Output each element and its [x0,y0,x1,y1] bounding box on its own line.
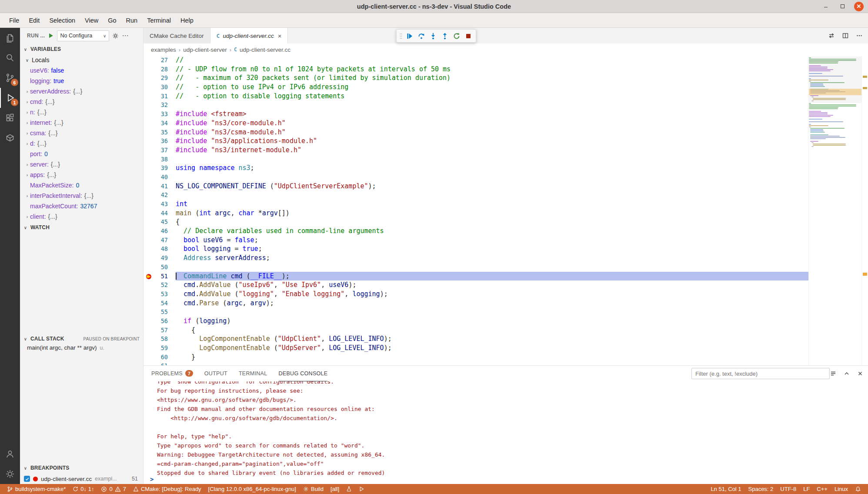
split-editor-icon[interactable] [842,32,849,39]
encoding-status[interactable]: UTF-8 [777,484,800,494]
variable-row-serveraddress[interactable]: ›serverAddress:{...} [20,86,143,97]
settings-gear-icon[interactable] [0,464,20,484]
editor-tab-cmake-cache-editor[interactable]: CMake Cache Editor [144,28,210,43]
chevron-right-icon[interactable]: › [24,100,30,104]
variable-row-client[interactable]: ›client:{...} [20,211,143,222]
source-control-icon[interactable]: 6 [0,68,20,88]
breadcrumb-item-udp-client-server[interactable]: udp-client-server [183,47,227,53]
code-line-44[interactable]: 44main (int argc, char *argv[]) [144,209,808,218]
accounts-icon[interactable] [0,444,20,464]
menu-file[interactable]: File [4,15,24,26]
search-icon[interactable] [0,48,20,68]
more-actions-icon[interactable]: ⋯ [122,32,129,40]
code-line-39[interactable]: 39using namespace ns3; [144,164,808,173]
console-prompt[interactable]: > [150,476,154,483]
variable-row-maxpacketcount[interactable]: maxPacketCount:32767 [20,201,143,211]
chevron-right-icon[interactable]: › [24,173,30,177]
clear-console-icon[interactable] [830,370,837,377]
breakpoints-section-header[interactable]: ∨ BREAKPOINTS [20,462,143,474]
code-line-48[interactable]: 48 bool logging = true; [144,244,808,254]
code-line-37[interactable]: 37#include "ns3/internet-module.h" [144,146,808,155]
variable-row-n[interactable]: ›n:{...} [20,107,143,117]
breadcrumb-item-udp-client-server-cc[interactable]: udp-client-server.cc [240,47,290,53]
restart-button[interactable] [451,30,462,42]
cmake-build-button[interactable]: Build [300,484,327,494]
open-changes-icon[interactable] [828,32,835,39]
menu-help[interactable]: Help [176,15,198,26]
code-line-36[interactable]: 36#include "ns3/applications-module.h" [144,137,808,146]
step-out-button[interactable] [439,30,451,42]
cmake-status[interactable]: CMake: [Debug]: Ready [130,484,205,494]
code-line-57[interactable]: 57 { [144,326,808,335]
drag-handle-icon[interactable] [398,30,404,42]
run-and-debug-icon[interactable]: 1 [0,88,20,108]
chevron-right-icon[interactable]: › [24,131,30,136]
problems-status[interactable]: 0 7 [97,484,129,494]
remote-os-status[interactable]: Linux [831,484,851,494]
code-line-56[interactable]: 56 if (logging) [144,317,808,326]
code-line-33[interactable]: 33#include <fstream> [144,110,808,119]
code-line-54[interactable]: 54 cmd.Parse (argc, argv); [144,299,808,308]
menu-selection[interactable]: Selection [44,15,80,26]
code-line-40[interactable]: 40 [144,173,808,182]
language-mode-status[interactable]: C++ [813,484,831,494]
cmake-launch-button[interactable] [355,484,368,494]
menu-go[interactable]: Go [103,15,121,26]
code-line-29[interactable]: 29// - maximum of 320 packets sent (or l… [144,73,808,83]
code-line-58[interactable]: 58 LogComponentEnable ("UdpClient", LOG_… [144,334,808,344]
code-line-42[interactable]: 42 [144,190,808,200]
breakpoint-item[interactable]: udp-client-server.cc exampl... 51 [20,474,143,484]
variable-row-internet[interactable]: ›internet:{...} [20,117,143,128]
variable-row-cmd[interactable]: ›cmd:{...} [20,97,143,107]
code-line-55[interactable]: 55 [144,307,808,317]
indentation-status[interactable]: Spaces: 2 [745,484,777,494]
chevron-right-icon[interactable]: › [24,89,30,94]
watch-section-header[interactable]: ∨ WATCH [20,222,143,233]
code-line-38[interactable]: 38 [144,155,808,164]
start-debugging-button[interactable] [48,33,54,39]
code-line-32[interactable]: 32 [144,100,808,110]
minimize-button[interactable]: – [821,2,831,11]
step-into-button[interactable] [427,30,439,42]
explorer-icon[interactable] [0,28,20,48]
restore-button[interactable] [838,2,847,11]
chevron-right-icon[interactable]: › [24,120,30,125]
variable-row-server[interactable]: ›server:{...} [20,159,143,170]
cmake-tools-icon[interactable] [0,128,20,148]
stack-frame-item[interactable]: main(int argc, char ** argv) u. [20,344,143,355]
menu-terminal[interactable]: Terminal [142,15,176,26]
callstack-section-header[interactable]: ∨ CALL STACK PAUSED ON BREAKPOINT [20,333,143,344]
code-line-28[interactable]: 28// - UDP flow from n0 to n1 of 1024 by… [144,65,808,74]
code-line-49[interactable]: 49 Address serverAddress; [144,254,808,263]
variable-row-usev6[interactable]: useV6:false [20,65,143,76]
breadcrumb-item-examples[interactable]: examples [151,47,176,53]
variable-row-d[interactable]: ›d:{...} [20,138,143,149]
code-line-34[interactable]: 34#include "ns3/core-module.h" [144,119,808,128]
code-line-46[interactable]: 46 // Declare variables used in command-… [144,227,808,236]
panel-tab-debug-console[interactable]: DEBUG CONSOLE [279,366,328,381]
continue-button[interactable] [404,30,415,42]
panel-tab-output[interactable]: OUTPUT [204,366,227,381]
breakpoint-checkbox[interactable] [24,476,30,482]
eol-status[interactable]: LF [800,484,813,494]
console-filter-input[interactable] [691,368,830,379]
git-sync-status[interactable]: 0↓ 1↑ [69,484,97,494]
code-line-27[interactable]: 27// [144,56,808,65]
close-button[interactable]: ✕ [854,2,864,11]
code-line-50[interactable]: 50 [144,263,808,272]
code-line-59[interactable]: 59 LogComponentEnable ("UdpServer", LOG_… [144,344,808,353]
debug-console[interactable]: Type "show configuration" for configurat… [144,381,868,484]
menu-view[interactable]: View [80,15,103,26]
minimap-slider[interactable] [809,57,861,103]
code-line-47[interactable]: 47 bool useV6 = false; [144,236,808,245]
code-line-31[interactable]: 31// - option to disable logging stateme… [144,92,808,101]
cmake-build-target[interactable]: [all] [327,484,343,494]
variable-row-port[interactable]: port:0 [20,149,143,159]
code-line-60[interactable]: 60 } [144,353,808,362]
code-line-43[interactable]: 43int [144,200,808,209]
menu-run[interactable]: Run [121,15,143,26]
variable-row-interpacketinterval[interactable]: ›interPacketInterval:{...} [20,190,143,201]
panel-tab-terminal[interactable]: TERMINAL [239,366,267,381]
code-line-53[interactable]: 53 cmd.AddValue ("logging", "Enable logg… [144,290,808,299]
variables-section-header[interactable]: ∨ VARIABLES [20,43,143,55]
